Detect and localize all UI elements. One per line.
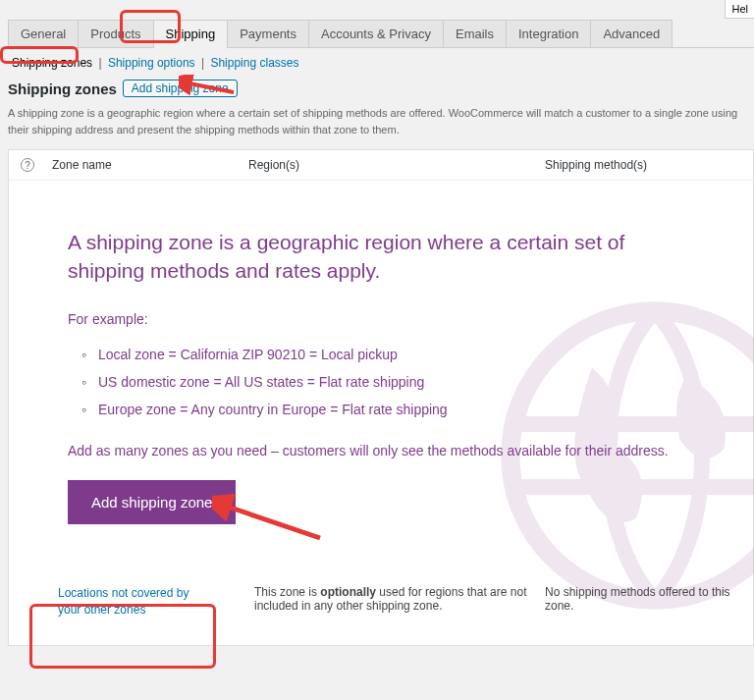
add-shipping-zone-button-small[interactable]: Add shipping zone — [123, 80, 238, 97]
heading-row: Shipping zones Add shipping zone — [0, 76, 754, 101]
optionally-bold: optionally — [320, 585, 376, 599]
tab-accounts[interactable]: Accounts & Privacy — [308, 20, 444, 48]
help-button[interactable]: Hel — [725, 0, 754, 19]
tab-general[interactable]: General — [8, 20, 79, 48]
page-description: A shipping zone is a geographic region w… — [0, 101, 754, 149]
shipping-subtabs: Shipping zones | Shipping options | Ship… — [0, 48, 754, 76]
table-header: ? Zone name Region(s) Shipping method(s) — [9, 150, 753, 181]
tab-integration[interactable]: Integration — [506, 20, 591, 48]
empty-lead: A shipping zone is a geographic region w… — [68, 228, 694, 286]
tab-advanced[interactable]: Advanced — [590, 20, 673, 48]
col-shipping-methods: Shipping method(s) — [545, 158, 741, 172]
col-zone-name: Zone name — [52, 158, 248, 172]
empty-state: A shipping zone is a geographic region w… — [9, 181, 753, 571]
subtab-zones[interactable]: Shipping zones — [12, 56, 92, 70]
locations-not-covered-link[interactable]: Locations not covered by your other zone… — [58, 585, 215, 619]
separator: | — [98, 56, 101, 70]
optionally-text-pre: This zone is — [254, 585, 320, 599]
subtab-options[interactable]: Shipping options — [108, 56, 195, 70]
settings-tabs: General Products Shipping Payments Accou… — [8, 0, 754, 48]
help-icon[interactable]: ? — [21, 158, 34, 172]
col-regions: Region(s) — [248, 158, 545, 172]
subtab-classes[interactable]: Shipping classes — [210, 56, 298, 70]
footer-zone-cell: Locations not covered by your other zone… — [58, 585, 254, 619]
tab-emails[interactable]: Emails — [443, 20, 507, 48]
globe-icon — [498, 298, 754, 613]
add-shipping-zone-button-large[interactable]: Add shipping zone — [68, 480, 236, 524]
tab-products[interactable]: Products — [78, 20, 153, 48]
separator: | — [201, 56, 204, 70]
page-title: Shipping zones — [8, 81, 117, 97]
shipping-zones-table: ? Zone name Region(s) Shipping method(s)… — [8, 149, 754, 646]
tab-payments[interactable]: Payments — [227, 20, 309, 48]
tab-shipping[interactable]: Shipping — [153, 20, 229, 48]
